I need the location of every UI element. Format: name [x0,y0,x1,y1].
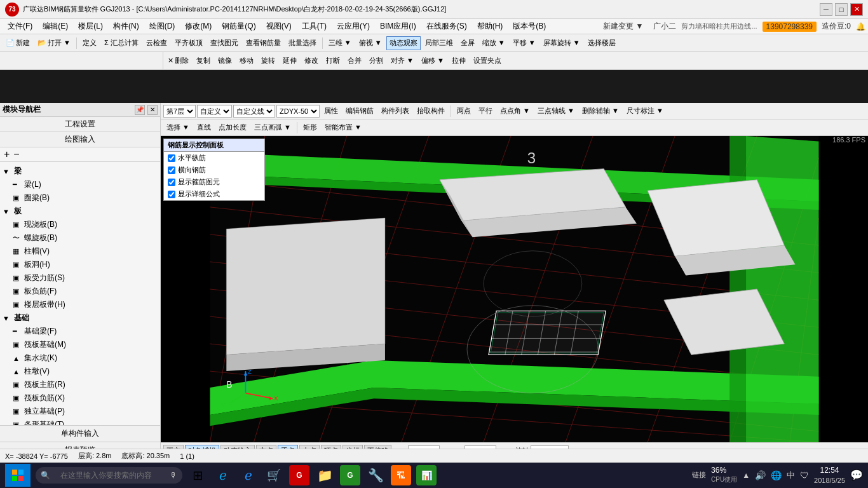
tree-item[interactable]: ▣板洞(H) [0,258,160,271]
3d-scene[interactable]: 3 B Z X Y [161,136,868,442]
cloud-check-button[interactable]: 云检查 [143,36,170,50]
start-button[interactable] [5,464,31,487]
set-fixpt-button[interactable]: 设置夹点 [470,54,505,68]
transverse-steel-checkbox[interactable] [168,166,175,174]
tree-item[interactable]: ▣现浇板(B) [0,218,160,231]
3d-button[interactable]: 三维 ▼ [325,36,355,50]
dynamic-view-button[interactable]: 动态观察 [386,36,421,50]
tree-item[interactable]: ▲柱墩(V) [0,365,160,378]
taskbar-icon-ie[interactable]: ℯ [238,465,259,485]
pan-button[interactable]: 平移 ▼ [510,36,539,50]
fullscreen-button[interactable]: 全屏 [458,36,478,50]
three-arc-button[interactable]: 三点画弧 ▼ [251,121,294,135]
extend-button[interactable]: 延伸 [280,54,300,68]
tree-item[interactable]: ▼板 [0,205,160,218]
menu-edit[interactable]: 编辑(E) [37,20,73,33]
taskbar-icon-app3[interactable]: 📊 [416,465,437,485]
new-change-btn[interactable]: 新建变更 ▼ [598,20,648,33]
rotate-button[interactable]: 旋转 [258,54,278,68]
zdyx-select[interactable]: ZDYX-50 [276,105,320,118]
tree-item[interactable]: ▣板负筋(F) [0,285,160,298]
drawing-input-btn[interactable]: 绘图输入 [0,132,160,147]
tree-add-button[interactable]: + [3,149,11,160]
smart-layout-button[interactable]: 智能布置 ▼ [322,121,365,135]
screen-rotate-button[interactable]: 屏幕旋转 ▼ [540,36,583,50]
tray-icon-antivirus[interactable]: 🛡 [800,470,809,480]
rectangle-button[interactable]: 矩形 [300,121,320,135]
del-aux-button[interactable]: 删除辅轴 ▼ [579,104,622,118]
taskbar-icon-green[interactable]: G [340,465,360,485]
tree-item[interactable]: ▣楼层板带(H) [0,298,160,311]
tree-item[interactable]: 〜螺旋板(B) [0,231,160,245]
nav-pin-button[interactable]: 📌 [135,105,145,115]
custom-line-select[interactable]: 自定义线 [233,105,275,118]
taskbar-icon-store[interactable]: 🛒 [264,465,284,485]
delete-button[interactable]: ✕ 删除 [165,54,192,68]
offset-button[interactable]: 偏移 ▼ [418,54,447,68]
menu-version[interactable]: 版本号(B) [508,20,551,33]
pull-button[interactable]: 拉伸 [449,54,469,68]
copy-button[interactable]: 复制 [193,54,214,68]
component-list-button[interactable]: 构件列表 [378,104,412,118]
horizontal-steel-checkbox[interactable] [168,154,175,162]
tree-item[interactable]: ▣筏板负筋(X) [0,391,160,405]
sum-button[interactable]: Σ 汇总计算 [101,36,142,50]
tree-item[interactable]: ▦柱帽(V) [0,245,160,258]
find-button[interactable]: 查找图元 [207,36,241,50]
local3d-button[interactable]: 局部三维 [422,36,456,50]
batch-select-button[interactable]: 批量选择 [285,36,320,50]
tree-item[interactable]: ━梁(L) [0,178,160,191]
menu-file[interactable]: 文件(F) [3,20,37,33]
menu-modify[interactable]: 修改(M) [180,20,217,33]
properties-button[interactable]: 属性 [321,104,341,118]
tree-item[interactable]: ▣筏板基础(M) [0,338,160,351]
taskbar-icon-app1[interactable]: 🔧 [365,465,386,485]
nav-close-button[interactable]: ✕ [147,105,158,115]
tree-item[interactable]: ━基础梁(F) [0,325,160,338]
mirror-button[interactable]: 镜像 [215,54,235,68]
menu-draw[interactable]: 绘图(D) [144,20,180,33]
tree-item[interactable]: ▣圈梁(B) [0,191,160,205]
define-button[interactable]: 定义 [79,36,100,50]
flatten-button[interactable]: 平齐板顶 [172,36,206,50]
engineering-settings-btn[interactable]: 工程设置 [0,117,160,132]
taskbar-icon-folder[interactable]: 📁 [315,465,335,485]
tree-minus-button[interactable]: − [12,149,20,160]
select-floor-button[interactable]: 选择楼层 [585,36,619,50]
open-button[interactable]: 📂 打开 ▼ [34,36,74,50]
phone-number[interactable]: 13907298339 [763,22,817,32]
menu-steel-qty[interactable]: 钢筋量(Q) [217,20,261,33]
taskbar-search-input[interactable] [53,468,167,482]
notification-icon[interactable]: 💬 [850,469,863,481]
menu-cloud-app[interactable]: 云应用(Y) [332,20,375,33]
menu-tools[interactable]: 工具(T) [297,20,332,33]
new-button[interactable]: 📄 新建 [3,36,33,50]
edit-steel-button[interactable]: 编辑钢筋 [342,104,377,118]
trim-button[interactable]: 打断 [323,54,343,68]
align-button[interactable]: 对齐 ▼ [388,54,417,68]
view-steel-button[interactable]: 查看钢筋量 [243,36,284,50]
tree-item[interactable]: ▣筏板主筋(R) [0,378,160,391]
select-button[interactable]: 选择 ▼ [163,121,193,135]
tray-icon-2[interactable]: 🌐 [771,470,782,480]
tree-item[interactable]: ▣条形基础(T) [0,418,160,425]
show-formula-checkbox[interactable] [168,191,175,198]
tree-item[interactable]: ▼基础 [0,311,160,325]
tray-icon-1[interactable]: 🔊 [755,470,766,480]
three-axis-button[interactable]: 三点轴线 ▼ [534,104,578,118]
up-arrow-icon[interactable]: ▲ [742,471,750,480]
menu-component[interactable]: 构件(N) [108,20,144,33]
divide-button[interactable]: 分割 [366,54,386,68]
merge-button[interactable]: 合并 [344,54,365,68]
tree-item[interactable]: ▼梁 [0,165,160,178]
menu-view[interactable]: 视图(V) [261,20,297,33]
taskbar-icon-glodon[interactable]: G [289,465,309,485]
line-button[interactable]: 直线 [194,121,214,135]
zoom-button[interactable]: 缩放 ▼ [479,36,508,50]
custom-select[interactable]: 自定义 [197,105,232,118]
canvas-area[interactable]: 第7层 自定义 自定义线 ZDYX-50 属性 编辑钢筋 构件列表 抬取构件 两… [161,103,868,459]
move-button[interactable]: 移动 [236,54,257,68]
tree-item[interactable]: ▣独立基础(P) [0,405,160,418]
taskbar-icon-edge-old[interactable]: ℯ [213,465,233,485]
single-component-input-btn[interactable]: 单构件输入 [0,426,160,442]
